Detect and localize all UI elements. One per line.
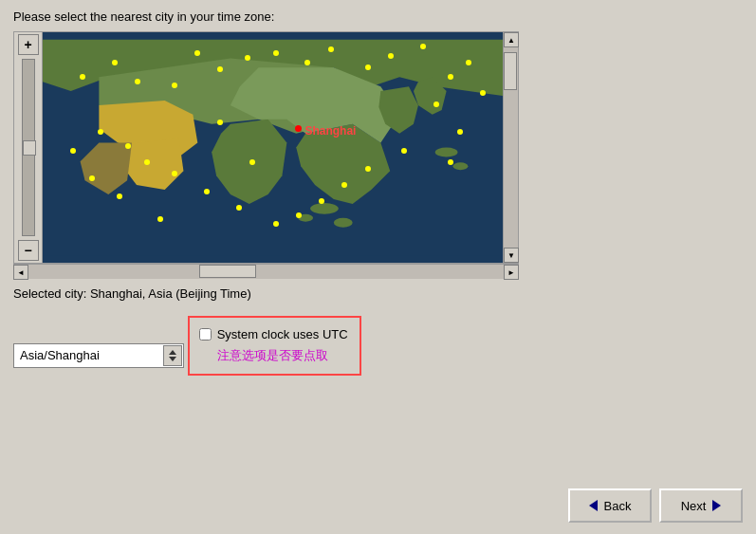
zoom-in-button[interactable]: + xyxy=(18,34,39,55)
city-dot xyxy=(249,159,255,165)
utc-checkbox-label: System clock uses UTC xyxy=(217,327,348,341)
city-dot xyxy=(89,175,95,181)
map-image: Shanghai xyxy=(43,32,503,263)
svg-point-14 xyxy=(334,218,353,228)
scroll-left-button[interactable]: ◄ xyxy=(13,265,28,280)
city-dot xyxy=(448,159,453,165)
utc-option-box: System clock uses UTC 注意选项是否要点取 xyxy=(188,316,361,376)
city-dot xyxy=(401,148,407,154)
bottom-bar: Back Next xyxy=(568,488,743,523)
scroll-down-button[interactable]: ▼ xyxy=(504,248,519,263)
city-dot xyxy=(172,171,177,176)
back-button-label: Back xyxy=(604,499,632,513)
scroll-right-button[interactable]: ► xyxy=(504,265,519,280)
city-dot xyxy=(236,205,242,211)
city-dot xyxy=(135,79,140,84)
next-button-label: Next xyxy=(681,499,707,513)
city-dot xyxy=(144,159,150,165)
scroll-up-button[interactable]: ▲ xyxy=(504,32,519,47)
city-dot xyxy=(80,74,85,80)
city-dot xyxy=(365,166,371,172)
next-button[interactable]: Next xyxy=(659,488,743,523)
utc-row: System clock uses UTC xyxy=(199,327,348,341)
city-dot xyxy=(125,143,131,149)
zoom-slider[interactable] xyxy=(22,59,35,236)
svg-point-12 xyxy=(453,162,469,170)
city-dot xyxy=(365,64,371,70)
instruction-label: Please select the nearest city in your t… xyxy=(13,9,743,24)
v-scrollbar[interactable]: ▲ ▼ xyxy=(503,32,518,263)
map-widget: + − xyxy=(13,31,519,264)
city-dot xyxy=(457,129,463,135)
city-dot xyxy=(112,60,118,65)
city-dot xyxy=(480,90,486,96)
utc-checkbox[interactable] xyxy=(199,328,212,341)
back-button[interactable]: Back xyxy=(568,488,652,523)
timezone-select[interactable]: Asia/Shanghai Asia/Tokyo Asia/Kolkata UT… xyxy=(13,343,184,368)
city-dot xyxy=(70,148,76,154)
city-dot xyxy=(273,50,279,56)
zoom-out-button[interactable]: − xyxy=(18,240,39,261)
city-dot xyxy=(328,46,334,52)
zoom-controls: + − xyxy=(14,32,43,263)
v-scrollbar-thumb xyxy=(504,52,517,90)
utc-hint: 注意选项是否要点取 xyxy=(217,347,348,364)
city-dot xyxy=(296,212,302,218)
v-scrollbar-track[interactable] xyxy=(504,47,518,248)
h-scrollbar-track[interactable] xyxy=(28,265,504,279)
timezone-select-wrapper[interactable]: Asia/Shanghai Asia/Tokyo Asia/Kolkata UT… xyxy=(13,343,184,368)
city-dot xyxy=(420,44,426,49)
page-container: Please select the nearest city in your t… xyxy=(0,0,756,534)
h-scrollbar[interactable]: ◄ ► xyxy=(13,264,519,279)
back-icon xyxy=(589,500,598,511)
selected-city-label: Selected city: Shanghai, Asia (Beijing T… xyxy=(13,286,743,301)
map-city-label: Shanghai xyxy=(304,124,356,138)
zoom-slider-thumb xyxy=(23,140,36,156)
city-dot xyxy=(448,74,453,80)
city-dot xyxy=(117,193,122,199)
city-dot xyxy=(319,198,324,204)
next-icon xyxy=(712,500,721,511)
svg-point-13 xyxy=(310,203,339,214)
city-dot xyxy=(273,221,279,227)
map-svg xyxy=(43,32,503,263)
h-scrollbar-thumb xyxy=(199,265,256,278)
city-dot xyxy=(388,53,394,59)
svg-point-11 xyxy=(435,148,458,157)
city-dot xyxy=(204,189,210,194)
map-canvas[interactable]: Shanghai xyxy=(43,32,503,263)
